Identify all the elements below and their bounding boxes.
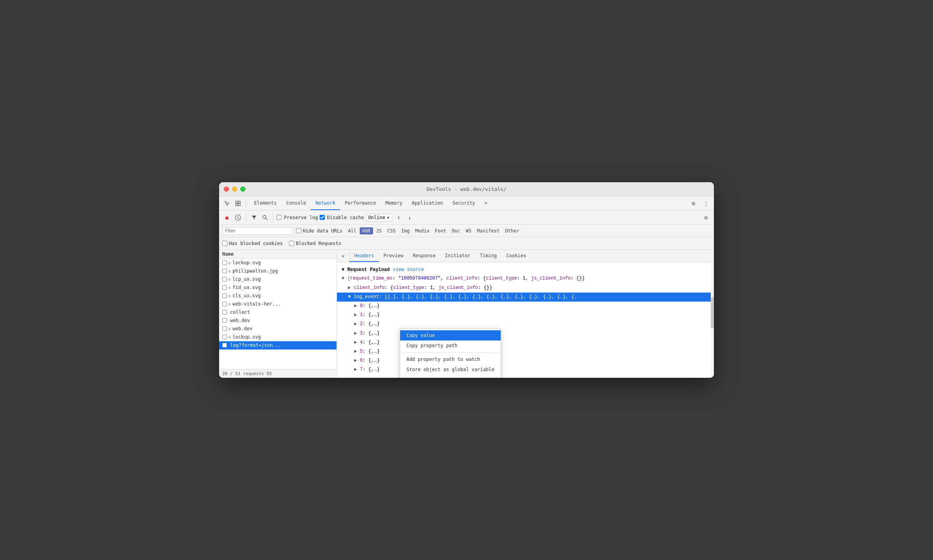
- download-button[interactable]: ↓: [405, 213, 414, 222]
- detail-tab-initiator[interactable]: Initiator: [440, 250, 475, 262]
- tab-memory[interactable]: Memory: [381, 196, 407, 210]
- list-item-checkbox[interactable]: [222, 293, 227, 298]
- detail-tab-cookies[interactable]: Cookies: [501, 250, 531, 262]
- filter-icon[interactable]: [249, 213, 259, 222]
- payload-row: ▶ 5: {,…}: [337, 347, 714, 356]
- settings-icon-small: ⚙: [229, 335, 231, 339]
- detail-close-button[interactable]: ×: [337, 250, 349, 262]
- list-item-name: philipwalton.jpg: [232, 268, 278, 274]
- filter-type-js[interactable]: JS: [374, 227, 384, 234]
- filter-type-media[interactable]: Media: [413, 227, 432, 234]
- more-options-icon[interactable]: ⋮: [701, 199, 711, 208]
- filter-type-other[interactable]: Other: [503, 227, 521, 234]
- filter-type-manifest[interactable]: Manifest: [475, 227, 502, 234]
- list-item-name: collect: [230, 309, 250, 315]
- filter-type-img[interactable]: Img: [399, 227, 412, 234]
- list-item[interactable]: ⚙ philipwalton.jpg: [219, 267, 337, 275]
- search-icon[interactable]: [260, 213, 270, 222]
- has-blocked-cookies-label: Has blocked cookies: [229, 241, 283, 246]
- payload-row: ▶ 2: {,…}: [337, 320, 714, 329]
- svg-rect-1: [238, 201, 240, 203]
- list-item-checkbox[interactable]: [222, 310, 227, 315]
- list-item[interactable]: ⚙ web-vitals-her...: [219, 300, 337, 308]
- list-item-checkbox[interactable]: [222, 343, 227, 348]
- svg-rect-3: [238, 204, 240, 206]
- filter-type-font[interactable]: Font: [432, 227, 448, 234]
- list-item-checkbox[interactable]: [222, 302, 227, 306]
- inspect-icon[interactable]: [233, 199, 243, 208]
- hide-urls-checkbox[interactable]: [296, 228, 301, 233]
- upload-button[interactable]: ↑: [394, 213, 403, 222]
- tab-application[interactable]: Application: [407, 196, 448, 210]
- list-item-checkbox[interactable]: [222, 285, 227, 290]
- nav-right: ⚙ ⋮: [689, 199, 711, 208]
- filter-type-xhr[interactable]: XHR: [360, 227, 373, 234]
- tab-elements[interactable]: Elements: [249, 196, 282, 210]
- close-button[interactable]: [224, 187, 229, 192]
- blocked-requests-checkbox[interactable]: [289, 241, 294, 246]
- main-content: Name ⚙ lockup.svg ⚙ philipwalton.jpg ⚙ l…: [219, 250, 714, 377]
- context-menu-divider-2: [400, 376, 501, 377]
- network-settings-icon[interactable]: ⚙: [701, 213, 711, 222]
- view-source-link[interactable]: view source: [393, 267, 424, 273]
- list-item-checkbox[interactable]: [222, 326, 227, 331]
- minimize-button[interactable]: [232, 187, 237, 192]
- cursor-icon[interactable]: [222, 199, 232, 208]
- payload-header: ▼ Request Payload view source: [337, 265, 714, 274]
- list-item-checkbox[interactable]: [222, 277, 227, 282]
- list-item[interactable]: ⚙ lockup.svg: [219, 259, 337, 267]
- tab-network[interactable]: Network: [311, 196, 340, 210]
- svg-rect-2: [236, 204, 238, 206]
- list-item-checkbox[interactable]: [222, 260, 227, 265]
- detail-tab-response[interactable]: Response: [408, 250, 440, 262]
- filter-type-ws[interactable]: WS: [463, 227, 474, 234]
- stop-button[interactable]: [233, 213, 243, 222]
- preserve-log-checkbox[interactable]: [276, 215, 282, 220]
- tab-performance[interactable]: Performance: [340, 196, 381, 210]
- maximize-button[interactable]: [240, 187, 245, 192]
- tab-more[interactable]: »: [480, 196, 492, 210]
- has-blocked-cookies-group: Has blocked cookies: [222, 241, 283, 246]
- disable-cache-checkbox[interactable]: [320, 215, 325, 220]
- list-item[interactable]: ⚙ fid_ux.svg: [219, 284, 337, 292]
- list-item[interactable]: ⚙ lcp_ux.svg: [219, 275, 337, 284]
- list-item-name: lockup.svg: [232, 334, 261, 340]
- context-menu-copy-value[interactable]: Copy value: [400, 330, 501, 340]
- filter-type-doc[interactable]: Doc: [449, 227, 463, 234]
- scrollbar-track[interactable]: [711, 262, 714, 377]
- list-item-checkbox[interactable]: [222, 335, 227, 339]
- filter-bar: Hide data URLs All XHR JS CSS Img Media …: [219, 225, 714, 237]
- list-item-selected[interactable]: log?format=json...: [219, 341, 337, 350]
- detail-tab-headers[interactable]: Headers: [349, 250, 379, 262]
- filter-input[interactable]: [222, 227, 293, 235]
- detail-tab-timing[interactable]: Timing: [475, 250, 501, 262]
- list-item[interactable]: collect: [219, 308, 337, 317]
- list-item-checkbox[interactable]: [222, 269, 227, 273]
- list-item-checkbox[interactable]: [222, 318, 227, 323]
- filter-type-all[interactable]: All: [346, 227, 359, 234]
- payload-row-selected[interactable]: ▼ log_event: [{…}, {…}, {…}, {…}, {…}, {…: [337, 293, 714, 302]
- has-blocked-cookies-checkbox[interactable]: [222, 241, 227, 246]
- tab-console[interactable]: Console: [282, 196, 311, 210]
- list-item[interactable]: web.dev: [219, 317, 337, 325]
- list-item[interactable]: ⚙ web.dev: [219, 325, 337, 333]
- payload-row: ▼ {request_time_ms: "1605078406207", cli…: [337, 274, 714, 283]
- context-menu-add-watch[interactable]: Add property path to watch: [400, 354, 501, 364]
- requests-header: Name: [219, 250, 337, 259]
- scrollbar-thumb[interactable]: [711, 297, 714, 328]
- list-item-name: fid_ux.svg: [232, 285, 261, 290]
- network-throttle-select[interactable]: Online ▾: [366, 214, 393, 221]
- window-title: DevTools - web.dev/vitals/: [426, 186, 507, 192]
- tab-security[interactable]: Security: [448, 196, 480, 210]
- list-item[interactable]: ⚙ cls_ux.svg: [219, 292, 337, 300]
- list-item-name: lcp_ux.svg: [232, 276, 261, 282]
- disable-cache-label: Disable cache: [327, 215, 364, 220]
- context-menu-copy-path[interactable]: Copy property path: [400, 340, 501, 351]
- detail-tab-preview[interactable]: Preview: [379, 250, 408, 262]
- context-menu-store-global[interactable]: Store object as global variable: [400, 364, 501, 375]
- settings-icon[interactable]: ⚙: [689, 199, 698, 208]
- filter-type-css[interactable]: CSS: [385, 227, 398, 234]
- list-item[interactable]: ⚙ lockup.svg: [219, 333, 337, 341]
- record-button[interactable]: ●: [222, 213, 232, 222]
- nav-tabs: Elements Console Network Performance Mem…: [249, 196, 689, 210]
